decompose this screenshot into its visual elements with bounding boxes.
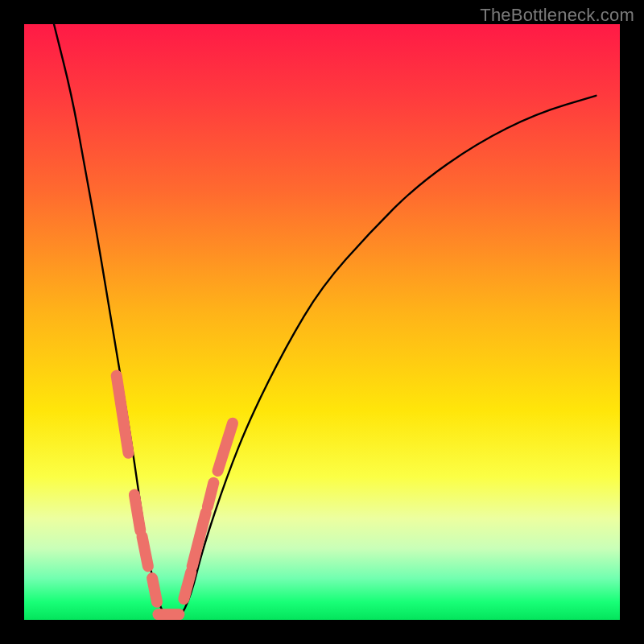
watermark-text: TheBottleneck.com	[480, 5, 634, 26]
plot-background-gradient	[24, 24, 620, 620]
outer-frame: TheBottleneck.com	[0, 0, 644, 644]
